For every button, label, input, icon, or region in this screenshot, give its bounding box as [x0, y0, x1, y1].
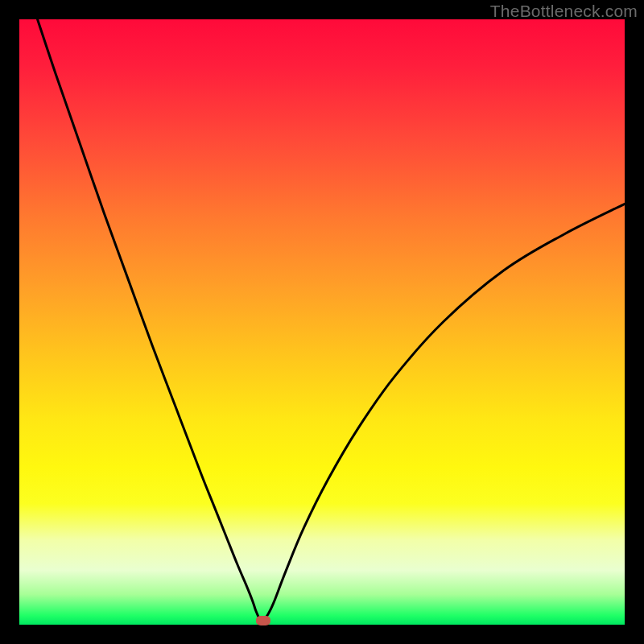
chart-curve	[19, 19, 625, 625]
bottleneck-marker	[256, 616, 270, 625]
watermark-text: TheBottleneck.com	[490, 2, 638, 21]
chart-plot-area	[19, 19, 625, 625]
